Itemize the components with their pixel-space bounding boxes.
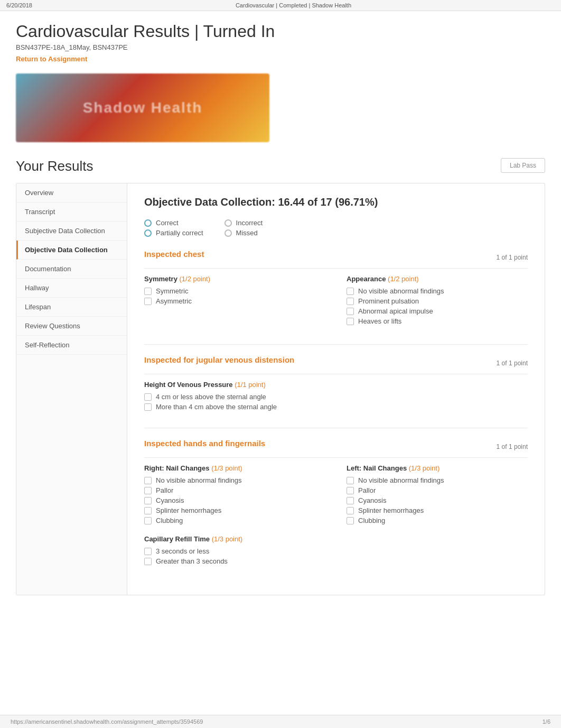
left-nail-pts: (1/3 point) [409,464,440,472]
sidebar-item-subjective[interactable]: Subjective Data Collection [16,222,127,241]
appearance-no-visible: No visible abnormal findings [347,287,528,295]
appearance-abnormal: Abnormal apical impulse [347,307,528,315]
legend-missed-circle [225,229,232,237]
left-nail-pallor-label: Pallor [358,486,376,494]
left-nail-cyanosis-box [347,497,354,504]
assessment-hands-points: 1 of 1 point [497,443,528,450]
right-nail-no-visible-box [144,477,152,484]
appearance-pts: (1/2 point) [388,275,419,283]
symmetry-asymmetric: Asymmetric [144,297,325,305]
assessment-chest-header: Inspected chest 1 of 1 point [144,250,528,269]
legend-partially-label: Partially correct [156,229,203,237]
sidebar-item-objective[interactable]: Objective Data Collection [16,241,127,260]
page-title: Cardiovascular Results | Turned In [16,22,545,41]
sidebar-item-transcript[interactable]: Transcript [16,202,127,222]
right-nail-pallor-label: Pallor [156,486,173,494]
content-area: Objective Data Collection: 16.44 of 17 (… [127,183,545,595]
appearance-no-visible-label: No visible abnormal findings [358,287,444,295]
symmetry-symmetric: Symmetric [144,287,325,295]
symmetry-asymmetric-label: Asymmetric [156,297,192,305]
capillary-greater-3sec: Greater than 3 seconds [144,557,528,565]
left-nail-pallor: Pallor [347,486,528,494]
legend-missed: Missed [225,229,263,237]
left-nail-clubbing: Clubbing [347,517,528,524]
hero-image: Shadow Health [16,73,269,142]
return-to-assignment-link[interactable]: Return to Assignment [16,55,87,63]
venous-4cm-or-less: 4 cm or less above the sternal angle [144,393,528,401]
browser-tab-title: Cardiovascular | Completed | Shadow Heal… [236,2,351,8]
symmetry-symmetric-box [144,288,152,295]
assessment-jvd-header: Inspected for jugular venous distension … [144,355,528,374]
appearance-abnormal-box [347,308,354,315]
appearance-prominent-label: Prominent pulsation [358,297,419,305]
venous-4cm-label: 4 cm or less above the sternal angle [156,393,266,401]
sidebar-item-self-reflection[interactable]: Self-Reflection [16,336,127,355]
right-nail-clubbing-label: Clubbing [156,517,183,524]
right-nail-title: Right: Nail Changes (1/3 point) [144,464,325,472]
assessment-hands-header: Inspected hands and fingernails 1 of 1 p… [144,439,528,458]
sidebar-item-overview[interactable]: Overview [16,183,127,202]
appearance-abnormal-label: Abnormal apical impulse [358,307,433,315]
right-nail-col: Right: Nail Changes (1/3 point) No visib… [144,464,325,527]
assessment-jvd: Inspected for jugular venous distension … [144,355,528,411]
legend-incorrect-label: Incorrect [236,219,263,227]
assessment-jvd-points: 1 of 1 point [497,360,528,367]
left-nail-no-visible: No visible abnormal findings [347,476,528,484]
right-nail-no-visible: No visible abnormal findings [144,476,325,484]
page-container: Cardiovascular Results | Turned In BSN43… [0,11,561,627]
right-nail-splinter-label: Splinter hemorrhages [156,506,221,514]
right-nail-pts: (1/3 point) [211,464,242,472]
venous-pressure-pts: (1/1 point) [235,381,266,389]
left-nail-splinter: Splinter hemorrhages [347,506,528,514]
lab-pass-button[interactable]: Lab Pass [501,158,545,173]
divider-2 [144,428,528,428]
legend-incorrect-circle [225,219,232,227]
chest-columns: Symmetry (1/2 point) Symmetric Asymmetri… [144,275,528,327]
left-nail-cyanosis: Cyanosis [347,496,528,504]
legend-missed-label: Missed [236,229,258,237]
capillary-subsection: Capillary Refill Time (1/3 point) 3 seco… [144,535,528,565]
legend-left: Correct Partially correct [144,219,203,237]
left-nail-no-visible-label: No visible abnormal findings [358,476,444,484]
venous-more-4cm-label: More than 4 cm above the sternal angle [156,403,277,411]
sidebar-item-documentation[interactable]: Documentation [16,260,127,279]
legend-correct: Correct [144,219,203,227]
capillary-pts: (1/3 point) [212,535,243,543]
legend-incorrect: Incorrect [225,219,263,227]
symmetry-title: Symmetry (1/2 point) [144,275,325,283]
right-nail-splinter-box [144,507,152,514]
symmetry-symmetric-label: Symmetric [156,287,188,295]
section-heading: Objective Data Collection: 16.44 of 17 (… [144,196,528,208]
capillary-title: Capillary Refill Time (1/3 point) [144,535,528,543]
assessment-chest-points: 1 of 1 point [497,254,528,261]
browser-date: 6/20/2018 [6,2,32,8]
appearance-prominent-box [347,298,354,305]
legend-correct-label: Correct [156,219,179,227]
left-nail-clubbing-label: Clubbing [358,517,385,524]
assessment-jvd-title: Inspected for jugular venous distension [144,355,294,364]
sidebar-item-hallway[interactable]: Hallway [16,279,127,298]
symmetry-asymmetric-box [144,298,152,305]
right-nail-cyanosis-box [144,497,152,504]
legend-row: Correct Partially correct Incorrect [144,219,528,237]
left-nail-col: Left: Nail Changes (1/3 point) No visibl… [347,464,528,527]
assessment-hands: Inspected hands and fingernails 1 of 1 p… [144,439,528,565]
left-nail-clubbing-box [347,517,354,524]
venous-more-than-4cm: More than 4 cm above the sternal angle [144,403,528,411]
capillary-3sec-label: 3 seconds or less [156,547,209,555]
symmetry-pts: (1/2 point) [179,275,210,283]
page-subtitle: BSN437PE-18A_18May, BSN437PE [16,43,545,51]
left-nail-splinter-box [347,507,354,514]
sidebar-item-review-questions[interactable]: Review Questions [16,317,127,336]
legend-correct-circle [144,219,152,227]
appearance-heaves: Heaves or lifts [347,317,528,325]
assessment-chest-title: Inspected chest [144,250,204,259]
sidebar-item-lifespan[interactable]: Lifespan [16,298,127,317]
appearance-heaves-label: Heaves or lifts [358,317,401,325]
legend-right: Incorrect Missed [225,219,263,237]
right-nail-splinter: Splinter hemorrhages [144,506,325,514]
nail-columns: Right: Nail Changes (1/3 point) No visib… [144,464,528,527]
capillary-greater-3sec-box [144,558,152,565]
legend-partially: Partially correct [144,229,203,237]
appearance-title: Appearance (1/2 point) [347,275,528,283]
